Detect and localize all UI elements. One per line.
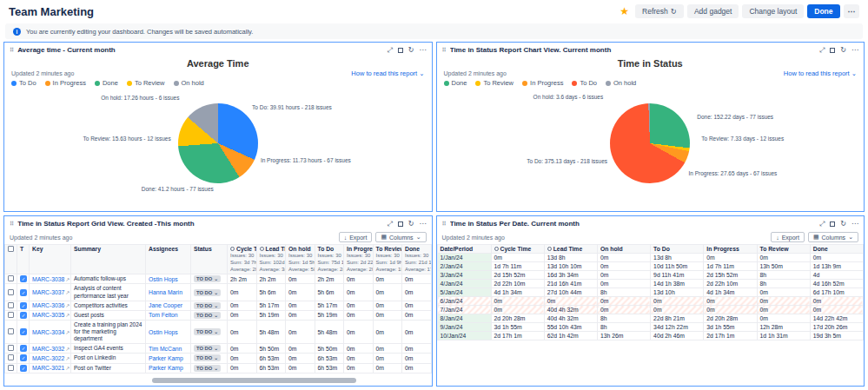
assignee-link[interactable]: Parker Kamp — [149, 365, 183, 371]
column-header-toreview[interactable]: To ReviewIssues: 30Sum: 1d 9h 12mAverage… — [373, 245, 402, 274]
refresh-gadget-icon[interactable]: ↻ — [840, 47, 846, 54]
column-header-status[interactable]: Status — [191, 245, 228, 274]
resize-icon[interactable]: ⤢ — [387, 47, 392, 54]
column-header-leadtime[interactable]: Lead Time — [544, 245, 597, 254]
legend-item[interactable]: In Progress — [522, 79, 563, 87]
issue-key-link[interactable]: MARC-3037 — [32, 289, 64, 295]
legend-item[interactable]: To Review — [475, 79, 514, 87]
fullscreen-icon[interactable] — [830, 221, 835, 227]
export-button[interactable]: ↓Export — [339, 232, 373, 242]
status-badge[interactable]: TO DO⌄ — [194, 365, 221, 372]
external-link-icon[interactable]: ↗ — [65, 303, 70, 308]
legend-item[interactable]: On hold — [606, 79, 636, 87]
column-header-t[interactable]: T — [17, 245, 30, 274]
external-link-icon[interactable]: ↗ — [65, 356, 70, 361]
issue-key-link[interactable]: MARC-3022 — [32, 355, 64, 361]
external-link-icon[interactable]: ↗ — [65, 366, 70, 371]
legend-item[interactable]: To Do — [572, 79, 597, 87]
row-checkbox[interactable] — [8, 365, 14, 371]
external-link-icon[interactable]: ↗ — [65, 330, 70, 335]
assignee-link[interactable]: Parker Kamp — [149, 355, 183, 361]
column-header-toreview[interactable]: To Review — [757, 245, 810, 254]
drag-handle-icon[interactable]: ⠿ — [442, 221, 447, 228]
row-checkbox[interactable] — [8, 354, 14, 360]
column-header-cycletime[interactable]: Cycle TimeIssues: 30Sum: 3d 7h 49mAverag… — [228, 245, 257, 274]
issue-key-link[interactable]: MARC-3035 — [32, 312, 64, 318]
status-badge[interactable]: TO DO⌄ — [194, 354, 221, 361]
gadget-more-icon[interactable]: ⋯ — [851, 221, 858, 228]
status-badge[interactable]: TO DO⌄ — [194, 302, 221, 309]
assignee-link[interactable]: Ostin Hops — [149, 329, 178, 335]
column-header-todo[interactable]: To DoIssues: 30Sum: 75d 10h 1mAverage: 2… — [315, 245, 344, 274]
status-badge[interactable]: TO DO⌄ — [194, 289, 221, 296]
column-header-inprogress[interactable]: In Progress — [704, 245, 757, 254]
legend-item[interactable]: Done — [95, 79, 118, 87]
assignee-link[interactable]: Jane Cooper — [149, 302, 182, 308]
resize-icon[interactable]: ⤢ — [819, 47, 825, 54]
column-header-key[interactable]: Key — [30, 245, 71, 274]
row-checkbox[interactable] — [8, 312, 14, 318]
external-link-icon[interactable]: ↗ — [65, 277, 70, 282]
gadget-more-icon[interactable]: ⋯ — [420, 221, 427, 228]
fullscreen-icon[interactable] — [398, 48, 403, 53]
legend-item[interactable]: In Progress — [45, 79, 86, 87]
issue-key-link[interactable]: MARC-3038 — [32, 276, 64, 282]
status-badge[interactable]: TO DO⌄ — [194, 312, 221, 319]
assignee-link[interactable]: Ostin Hops — [149, 276, 178, 282]
column-header-todo[interactable]: To Do — [651, 245, 704, 254]
legend-item[interactable]: Done — [444, 79, 467, 87]
legend-item[interactable]: On hold — [174, 79, 204, 87]
refresh-button[interactable]: Refresh↻ — [635, 4, 684, 18]
external-link-icon[interactable]: ↗ — [65, 347, 70, 352]
resize-icon[interactable]: ⤢ — [387, 221, 392, 228]
drag-handle-icon[interactable]: ⠿ — [442, 47, 447, 54]
column-header-done[interactable]: DoneIssues: 30Sum: 21d 16h 2mAverage: 17… — [402, 245, 432, 274]
column-header-onhold[interactable]: On hold — [597, 245, 650, 254]
how-to-read-link[interactable]: How to read this report⌄ — [784, 69, 857, 77]
resize-icon[interactable]: ⤢ — [819, 221, 825, 228]
row-checkbox[interactable] — [8, 345, 14, 351]
column-header-leadtime[interactable]: Lead TimeIssues: 30Sum: 102d 6h 27mAvera… — [256, 245, 286, 274]
refresh-gadget-icon[interactable]: ↻ — [408, 47, 414, 54]
column-header-onhold[interactable]: On holdIssues: 30Sum: 1d 5h 26mAverage: … — [286, 245, 315, 274]
refresh-gadget-icon[interactable]: ↻ — [408, 221, 414, 228]
issue-key-link[interactable]: MARC-3021 — [32, 365, 64, 371]
drag-handle-icon[interactable]: ⠿ — [10, 221, 14, 228]
add-gadget-button[interactable]: Add gadget — [687, 4, 739, 18]
column-header-dateperiod[interactable]: Date/Period — [437, 245, 491, 254]
gadget-more-icon[interactable]: ⋯ — [420, 47, 427, 54]
gadget-more-icon[interactable]: ⋯ — [851, 47, 858, 54]
external-link-icon[interactable]: ↗ — [65, 290, 70, 295]
fullscreen-icon[interactable] — [398, 221, 403, 227]
more-button[interactable]: ⋯ — [844, 4, 860, 18]
select-all-checkbox[interactable] — [8, 246, 14, 252]
row-checkbox[interactable] — [8, 328, 14, 334]
column-header-done[interactable]: Done — [810, 245, 863, 254]
issue-key-link[interactable]: MARC-3032 — [32, 346, 64, 352]
external-link-icon[interactable]: ↗ — [65, 313, 70, 318]
assignee-link[interactable]: Hanna Marin — [149, 289, 182, 295]
assignee-link[interactable]: Tim McCann — [149, 346, 182, 352]
row-checkbox[interactable] — [8, 302, 14, 308]
columns-button[interactable]: ▦Columns⌄ — [808, 232, 858, 242]
column-header-inprogress[interactable]: In ProgressIssues: 30Sum: 2d 22h 37mAver… — [344, 245, 374, 274]
issue-key-link[interactable]: MARC-3036 — [32, 302, 64, 308]
refresh-gadget-icon[interactable]: ↻ — [840, 221, 846, 228]
average-time-pie-chart[interactable] — [178, 103, 258, 183]
assignee-link[interactable]: Tom Felton — [149, 312, 178, 318]
how-to-read-link[interactable]: How to read this report⌄ — [351, 69, 424, 77]
column-header-cycletime[interactable]: Cycle Time — [491, 245, 544, 254]
time-in-status-pie-chart[interactable] — [610, 103, 690, 183]
row-checkbox[interactable] — [8, 289, 14, 295]
favorite-star-icon[interactable]: ★ — [620, 5, 629, 17]
legend-item[interactable]: To Review — [127, 79, 165, 87]
change-layout-button[interactable]: Change layout — [742, 4, 804, 18]
issue-key-link[interactable]: MARC-3034 — [32, 329, 64, 335]
legend-item[interactable]: To Do — [11, 79, 36, 87]
done-button[interactable]: Done — [807, 4, 839, 18]
row-checkbox[interactable] — [8, 275, 14, 281]
column-header-assignees[interactable]: Assignees — [146, 245, 191, 274]
drag-handle-icon[interactable]: ⠿ — [10, 47, 14, 54]
status-badge[interactable]: TO DO⌄ — [194, 345, 221, 352]
export-button[interactable]: ↓Export — [771, 232, 805, 242]
